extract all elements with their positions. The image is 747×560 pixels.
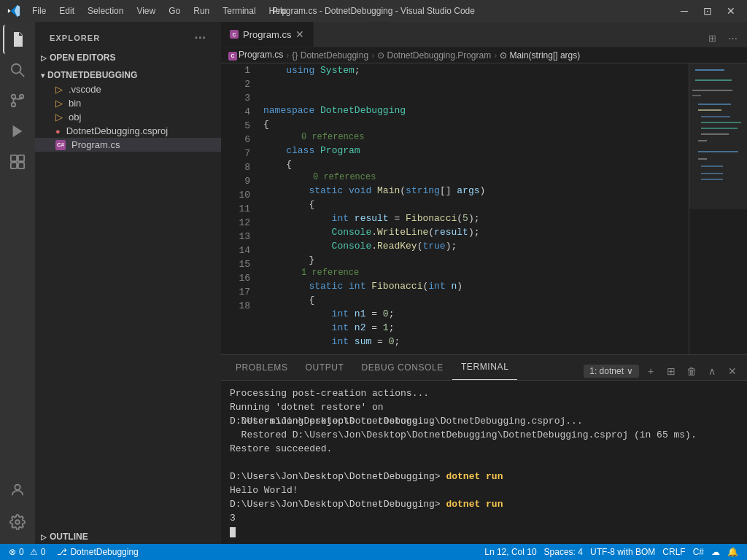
status-branch[interactable]: ⎇ DotnetDebugging [54,544,141,560]
line-numbers: 1 2 3 4 5 6 7 8 9 10 11 12 13 14 15 16 1 [221,63,258,354]
terminal-content[interactable]: Processing post-creation actions... Runn… [221,381,747,544]
sidebar: EXPLORER ⋯ ▷ OPEN EDITORS ▾ DOTNETDEBUGG… [35,22,221,544]
outline-header[interactable]: ▷ OUTLINE [35,529,221,544]
account-activity-icon[interactable] [3,475,32,505]
status-indent[interactable]: Spaces: 4 [541,544,586,560]
split-terminal-button[interactable]: ⊞ [662,362,680,380]
run-activity-icon[interactable] [3,117,32,146]
status-language[interactable]: C# [690,544,707,560]
maximize-button[interactable]: ⊡ [699,4,716,18]
code-annotation-3 [263,91,689,104]
tab-bar-actions: ⊞ ⋯ [697,29,747,47]
code-line-16: int n1 = 0; [263,307,689,321]
error-icon: ⊗ [9,547,16,557]
annotation-0refs-class: 0 references [263,131,689,144]
terminal-line-2: Running 'dotnet restore' on D:\Users\Jon… [230,400,738,414]
cs-bc-icon: C [228,52,237,61]
cursor-pos: Ln 12, Col 10 [484,547,536,557]
kill-terminal-button[interactable]: 🗑 [683,362,700,380]
sidebar-item-obj[interactable]: ▷ obj [35,110,221,124]
terminal-selector[interactable]: 1: dotnet ∨ [584,365,639,378]
breadcrumb: CProgram.cs › {} DotnetDebugging › ⊙ Dot… [221,47,747,63]
sidebar-item-label: Program.cs [71,139,120,150]
terminal-line-5: Restore succeeded. [230,442,738,456]
menu-item-edit[interactable]: Edit [53,4,80,18]
code-line-12: Console.ReadKey(true); [263,239,689,253]
line-num-11: 11 [221,202,250,216]
status-encoding[interactable]: UTF-8 with BOM [587,544,658,560]
code-editor-container: 1 2 3 4 5 6 7 8 9 10 11 12 13 14 15 16 1 [221,63,747,354]
sidebar-header: EXPLORER ⋯ [35,22,221,49]
tab-bar: C Program.cs ✕ ⊞ ⋯ [221,22,747,47]
code-content[interactable]: using System; namespace DotnetDebugging … [258,63,689,354]
code-line-8: static void Main(string[] args) [263,184,689,198]
split-editor-button[interactable]: ⊞ [703,29,721,47]
outline-label: OUTLINE [50,532,88,542]
project-header[interactable]: ▾ DOTNETDEBUGGING [35,68,221,82]
code-line-13: } [263,253,689,267]
line-num-16: 16 [221,271,250,285]
breadcrumb-method[interactable]: ⊙ Main(string[] args) [500,50,580,61]
svg-rect-32 [689,63,747,209]
status-sync[interactable]: ☁ [708,544,723,560]
menu-item-run[interactable]: Run [187,4,215,18]
line-num-13: 13 [221,230,250,244]
terminal-cmd-2: dotnet run [446,499,503,510]
sidebar-item-program-cs[interactable]: C# Program.cs [35,138,221,152]
status-notifications[interactable]: 🔔 [724,544,741,560]
new-terminal-button[interactable]: + [642,362,659,380]
code-line-1: using System; [263,63,689,77]
sidebar-item-bin[interactable]: ▷ bin [35,96,221,110]
menu-item-terminal[interactable]: Terminal [217,4,261,18]
menu-item-go[interactable]: Go [163,4,186,18]
status-cursor[interactable]: Ln 12, Col 10 [481,544,539,560]
title-bar: FileEditSelectionViewGoRunTerminalHelp P… [0,0,747,22]
settings-activity-icon[interactable] [3,508,32,537]
close-panel-button[interactable]: ✕ [724,362,741,380]
activity-bar [0,22,35,544]
menu-item-view[interactable]: View [131,4,161,18]
code-line-7: { [263,158,689,171]
breadcrumb-sep1: › [286,50,289,61]
minimize-button[interactable]: ─ [676,4,693,18]
breadcrumb-class[interactable]: ⊙ DotnetDebugging.Program [377,50,491,61]
sidebar-more-icon[interactable]: ⋯ [194,31,206,44]
code-line-10: int result = Fibonacci(5); [263,211,689,225]
tab-debug-console[interactable]: DEBUG CONSOLE [352,354,452,380]
more-actions-button[interactable]: ⋯ [724,29,741,47]
tab-program-cs[interactable]: C Program.cs ✕ [221,22,314,47]
extensions-activity-icon[interactable] [3,147,32,176]
breadcrumb-namespace[interactable]: {} DotnetDebugging [292,50,368,61]
maximize-panel-button[interactable]: ∧ [703,362,721,380]
tab-output[interactable]: OUTPUT [297,354,353,380]
breadcrumb-file[interactable]: CProgram.cs [228,50,283,61]
close-button[interactable]: ✕ [722,4,740,18]
outline-chevron: ▷ [41,533,47,541]
code-line-5: { [263,117,689,131]
sidebar-item-vscode[interactable]: ▷ .vscode [35,82,221,96]
open-editors-header[interactable]: ▷ OPEN EDITORS [35,50,221,65]
svg-rect-10 [18,155,24,161]
line-num-17: 17 [221,285,250,299]
notifications-icon: 🔔 [727,547,738,557]
tab-terminal[interactable]: TERMINAL [452,354,517,380]
terminal-prompt-1: D:\Users\Jon\Desktop\DotnetDebugging> [230,471,446,482]
explorer-activity-icon[interactable] [3,25,32,54]
code-editor[interactable]: 1 2 3 4 5 6 7 8 9 10 11 12 13 14 15 16 1 [221,63,689,354]
sidebar-item-csproj[interactable]: ● DotnetDebugging.csproj [35,124,221,138]
search-activity-icon[interactable] [3,55,32,85]
sidebar-item-label: .vscode [69,84,101,95]
menu-item-selection[interactable]: Selection [82,4,129,18]
status-eol[interactable]: CRLF [659,544,688,560]
tab-close-icon[interactable]: ✕ [295,29,304,39]
branch-name: DotnetDebugging [70,547,138,557]
tab-problems[interactable]: PROBLEMS [227,354,297,380]
terminal-line-4: Restored D:\Users\Jon\Desktop\DotnetDebu… [230,428,738,442]
vscode-logo [7,4,20,18]
menu-item-file[interactable]: File [26,4,52,18]
project-section: ▾ DOTNETDEBUGGING ▷ .vscode ▷ bin ▷ obj … [35,66,221,153]
code-line-15: { [263,293,689,307]
indent-label: Spaces: 4 [544,547,583,557]
status-errors[interactable]: ⊗ 0 ⚠ 0 [6,544,48,560]
source-control-activity-icon[interactable] [3,86,32,115]
